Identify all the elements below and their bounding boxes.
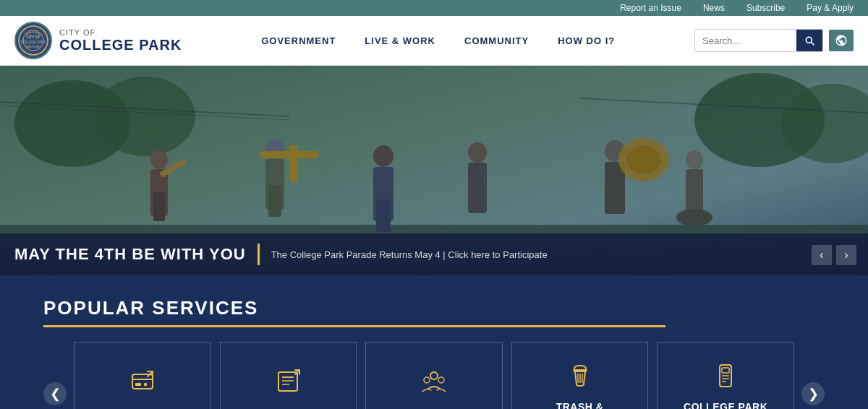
news-icon [275, 369, 301, 398]
svg-rect-38 [135, 383, 141, 386]
svg-text:COLLEGE PARK: COLLEGE PARK [21, 40, 46, 44]
svg-text:MARYLAND: MARYLAND [26, 46, 41, 48]
hero-subtitle[interactable]: The College Park Parade Returns May 4 | … [271, 249, 548, 260]
trash-recycling-label: Trash & Recycling [524, 401, 637, 409]
services-underline [43, 325, 665, 327]
search-input[interactable] [695, 31, 796, 51]
svg-point-47 [424, 377, 430, 383]
services-carousel: ❮ Pay & Apply [43, 342, 825, 409]
search-button[interactable] [796, 30, 822, 51]
svg-point-48 [438, 377, 444, 383]
news-service[interactable]: News [220, 342, 357, 409]
services-grid: Pay & Apply News [74, 342, 794, 409]
college-park-guides-service[interactable]: College Park Guides [657, 342, 794, 409]
search-icon [804, 35, 815, 46]
carousel-next-button[interactable]: ❯ [801, 382, 825, 405]
search-box [694, 29, 823, 52]
city-name-block: CITY OF COLLEGE PARK [59, 28, 182, 53]
translate-button[interactable] [829, 30, 854, 51]
city-departments-service[interactable]: City Departments [365, 342, 503, 409]
search-area [694, 29, 854, 52]
hero-divider [258, 244, 260, 265]
how-do-i-nav[interactable]: HOW DO I? [558, 35, 615, 46]
trash-recycling-icon [567, 363, 593, 392]
pay-apply-utility-link[interactable]: Pay & Apply [807, 3, 854, 13]
services-title: POPULAR SERVICES [43, 297, 825, 319]
hero-next-button[interactable]: › [836, 245, 856, 265]
svg-text:CITY OF: CITY OF [26, 35, 41, 39]
translate-icon [835, 34, 848, 47]
svg-rect-39 [144, 383, 147, 386]
live-work-nav[interactable]: LIVE & WORK [365, 35, 435, 46]
svg-rect-41 [278, 372, 297, 391]
header: CITY OF COLLEGE PARK MARYLAND CITY OF CO… [0, 16, 868, 66]
main-nav: GOVERNMENT LIVE & WORK COMMUNITY HOW DO … [182, 35, 694, 46]
report-issue-link[interactable]: Report an Issue [620, 3, 681, 13]
logo-icon: CITY OF COLLEGE PARK MARYLAND [17, 25, 49, 56]
city-departments-icon [421, 369, 447, 398]
svg-rect-36 [132, 374, 153, 389]
hero-navigation: ‹ › [812, 245, 856, 265]
services-section: POPULAR SERVICES ❮ Pay & Apply [0, 275, 868, 409]
services-header: POPULAR SERVICES [43, 297, 825, 327]
community-nav[interactable]: COMMUNITY [464, 35, 529, 46]
logo-area: CITY OF COLLEGE PARK MARYLAND CITY OF CO… [14, 22, 182, 59]
government-nav[interactable]: GOVERNMENT [261, 35, 336, 46]
news-utility-link[interactable]: News [703, 3, 725, 13]
pay-apply-service[interactable]: Pay & Apply [74, 342, 211, 409]
subscribe-link[interactable]: Subscribe [746, 3, 785, 13]
pay-apply-icon [129, 369, 156, 398]
svg-point-46 [430, 372, 438, 379]
college-park-guides-icon [712, 363, 739, 392]
city-name-label: COLLEGE PARK [59, 37, 182, 53]
hero-section: MAY THE 4TH BE WITH YOU The College Park… [0, 66, 868, 275]
utility-bar: Report an Issue News Subscribe Pay & App… [0, 0, 868, 16]
hero-prev-button[interactable]: ‹ [812, 245, 832, 265]
hero-caption: MAY THE 4TH BE WITH YOU The College Park… [0, 233, 868, 275]
carousel-prev-button[interactable]: ❮ [43, 382, 67, 405]
trash-recycling-service[interactable]: Trash & Recycling [511, 342, 649, 409]
city-logo: CITY OF COLLEGE PARK MARYLAND [14, 22, 52, 59]
hero-title[interactable]: MAY THE 4TH BE WITH YOU [14, 245, 246, 264]
college-park-guides-label: College Park Guides [669, 401, 782, 409]
city-of-label: CITY OF [59, 28, 182, 37]
svg-rect-54 [722, 368, 729, 373]
